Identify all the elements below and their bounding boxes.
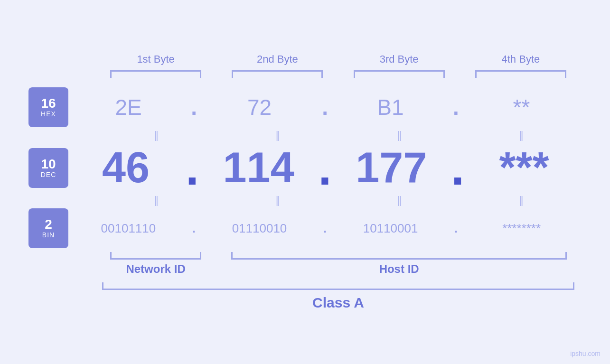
dec-byte-3: 177 [334, 143, 449, 192]
bracket-top-4 [460, 70, 582, 78]
bin-badge: 2 BIN [28, 208, 68, 248]
dec-values: 46 . 114 . 177 . *** [68, 143, 582, 192]
equal-5: || [154, 194, 157, 206]
dec-dot-1: . [183, 144, 201, 192]
dec-row: 10 DEC 46 . 114 . 177 . *** [28, 143, 582, 192]
host-label-cell: Host ID [216, 262, 582, 276]
dec-badge-label: DEC [41, 171, 56, 178]
network-id-label: Network ID [126, 262, 185, 276]
byte-header-3: 3rd Byte [338, 53, 460, 65]
bottom-brackets [28, 252, 582, 260]
hex-row: 16 HEX 2E . 72 . B1 . ** [28, 87, 582, 127]
equal-8: || [519, 194, 522, 206]
bin-dot-1: . [188, 221, 199, 236]
equal-6: || [276, 194, 279, 206]
dec-badge-number: 10 [41, 158, 56, 171]
host-bracket [231, 252, 567, 260]
hex-byte-3: B1 [330, 94, 450, 120]
dec-badge: 10 DEC [28, 148, 68, 188]
watermark: ipshu.com [570, 350, 601, 357]
bin-dot-2: . [319, 221, 330, 236]
equal-3: || [397, 129, 401, 141]
hex-badge: 16 HEX [28, 87, 68, 127]
bin-row: 2 BIN 00101110 . 01110010 . 10110001 . *… [28, 208, 582, 248]
dec-dot-2: . [316, 144, 334, 192]
byte-header-1: 1st Byte [95, 53, 216, 65]
hex-byte-2: 72 [199, 94, 319, 120]
bracket-top-3 [338, 70, 460, 78]
hex-dot-1: . [188, 94, 199, 120]
network-label-cell: Network ID [95, 262, 216, 276]
host-bracket-cell [216, 252, 582, 260]
bracket-top-1 [95, 70, 216, 78]
bin-byte-1: 00101110 [68, 221, 188, 236]
hex-dot-2: . [319, 94, 330, 120]
dec-byte-4: *** [467, 143, 582, 192]
bin-badge-label: BIN [42, 231, 55, 239]
hex-badge-label: HEX [41, 110, 56, 118]
bin-badge-number: 2 [45, 218, 52, 231]
class-section: Class A [28, 282, 582, 311]
bin-byte-4: ******** [461, 221, 582, 236]
hex-dot-3: . [450, 94, 461, 120]
equal-1: || [154, 129, 157, 141]
equal-row-1: || || || || [28, 129, 582, 141]
equal-row-2: || || || || [28, 194, 582, 206]
network-bracket-cell [95, 252, 216, 260]
network-host-labels: Network ID Host ID [28, 262, 582, 276]
dec-byte-2: 114 [201, 143, 316, 192]
bin-byte-2: 01110010 [199, 221, 319, 236]
bracket-top-2 [216, 70, 338, 78]
host-id-label: Host ID [379, 262, 419, 276]
byte-header-2: 2nd Byte [216, 53, 338, 65]
dec-dot-3: . [449, 144, 467, 192]
equal-7: || [397, 194, 401, 206]
equal-2: || [276, 129, 279, 141]
bin-values: 00101110 . 01110010 . 10110001 . *******… [68, 221, 582, 236]
class-bracket [102, 282, 574, 290]
byte-header-4: 4th Byte [460, 53, 582, 65]
hex-values: 2E . 72 . B1 . ** [68, 94, 582, 120]
hex-byte-1: 2E [68, 94, 188, 120]
class-label: Class A [312, 295, 364, 311]
bin-byte-3: 10110001 [330, 221, 450, 236]
hex-badge-number: 16 [41, 97, 56, 110]
equal-4: || [519, 129, 522, 141]
hex-byte-4: ** [461, 94, 582, 120]
dec-byte-1: 46 [68, 143, 183, 192]
network-bracket [110, 252, 201, 260]
bin-dot-3: . [450, 221, 461, 236]
